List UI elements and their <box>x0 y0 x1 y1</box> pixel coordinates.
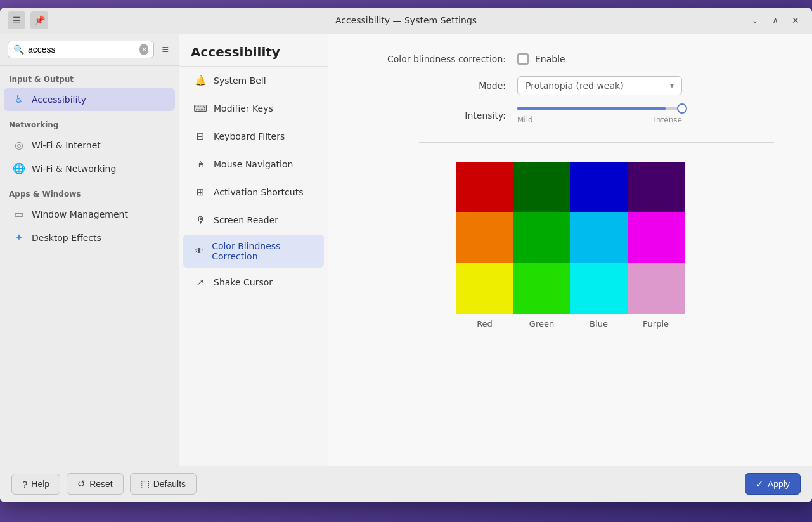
slider-labels: Mild Intense <box>517 115 682 124</box>
titlebar-left-controls: ☰ 📌 <box>8 11 48 29</box>
wifi-internet-icon: ◎ <box>13 139 25 152</box>
intense-label: Intense <box>654 115 682 124</box>
color-cell-purple-light <box>628 263 685 314</box>
maximize-button[interactable]: ∧ <box>766 11 784 29</box>
shake-cursor-icon: ↗ <box>193 275 207 289</box>
color-grid-wrapper: Red Green Blue Purple <box>366 162 774 329</box>
mid-item-label-screen-reader: Screen Reader <box>214 215 278 225</box>
intensity-row: Intensity: Mild Intense <box>366 107 774 124</box>
search-input-wrap[interactable]: 🔍 ✕ <box>8 41 154 58</box>
sidebar-item-label-window-management: Window Management <box>32 209 128 219</box>
mid-item-modifier-keys[interactable]: ⌨ Modifier Keys <box>183 95 324 122</box>
color-cell-purple-dark <box>628 162 685 212</box>
mid-item-label-modifier-keys: Modifier Keys <box>214 103 273 114</box>
accessibility-icon: ♿ <box>13 93 25 106</box>
intensity-slider-track[interactable] <box>517 107 682 110</box>
color-label-purple: Purple <box>628 319 685 329</box>
intensity-slider-fill <box>517 107 666 110</box>
mid-item-label-system-bell: System Bell <box>214 75 266 86</box>
color-label-blue: Blue <box>570 319 628 329</box>
enable-checkbox[interactable] <box>517 53 529 65</box>
sidebar-item-window-management[interactable]: ▭ Window Management <box>4 203 175 226</box>
minimize-button[interactable]: ⌄ <box>746 11 764 29</box>
sidebar-item-label-accessibility: Accessibility <box>32 95 86 105</box>
main-content: Color blindness correction: Enable Mode:… <box>328 34 812 466</box>
apply-label: Apply <box>768 479 790 489</box>
color-cell-red-mid <box>456 212 513 263</box>
color-grid <box>456 162 685 314</box>
left-section-input-output: Input & Output ♿ Accessibility <box>0 66 179 112</box>
color-cell-purple-mid <box>628 212 685 263</box>
sidebar-item-accessibility[interactable]: ♿ Accessibility <box>4 88 175 111</box>
mode-dropdown[interactable]: Protanopia (red weak) ▾ <box>517 76 682 95</box>
left-section-networking: Networking ◎ Wi-Fi & Internet 🌐 Wi-Fi & … <box>0 112 179 181</box>
mild-label: Mild <box>517 115 533 124</box>
intensity-slider-thumb[interactable] <box>677 103 687 114</box>
apply-button[interactable]: ✓ Apply <box>745 473 801 495</box>
color-blindness-correction-label: Color blindness correction: <box>366 54 506 64</box>
left-section-apps-windows: Apps & Windows ▭ Window Management ✦ Des… <box>0 181 179 250</box>
color-cell-red-dark <box>456 162 513 212</box>
color-cell-blue-light <box>570 263 628 314</box>
screen-reader-icon: 🎙 <box>193 213 207 227</box>
left-panel: 🔍 ✕ ≡ Input & Output ♿ Accessibility Net… <box>0 34 179 466</box>
section-header-networking: Networking <box>0 112 179 133</box>
mid-panel: Accessibility 🔔 System Bell ⌨ Modifier K… <box>179 34 328 466</box>
mid-item-activation-shortcuts[interactable]: ⊞ Activation Shortcuts <box>183 179 324 206</box>
clear-search-button[interactable]: ✕ <box>139 44 148 55</box>
app-menu-button[interactable]: ☰ <box>8 11 25 29</box>
help-label: Help <box>31 479 49 489</box>
defaults-button[interactable]: ⬚ Defaults <box>130 473 197 495</box>
mid-item-label-mouse-navigation: Mouse Navigation <box>214 159 293 169</box>
dropdown-arrow-icon: ▾ <box>670 81 674 90</box>
mode-row: Mode: Protanopia (red weak) ▾ <box>366 76 774 95</box>
mid-item-system-bell[interactable]: 🔔 System Bell <box>183 67 324 94</box>
modifier-keys-icon: ⌨ <box>193 101 207 115</box>
help-button[interactable]: ? Help <box>11 474 60 495</box>
window-title: Accessibility — System Settings <box>335 15 477 25</box>
titlebar: ☰ 📌 Accessibility — System Settings ⌄ ∧ … <box>0 8 812 34</box>
mid-item-mouse-navigation[interactable]: 🖱 Mouse Navigation <box>183 151 324 178</box>
wifi-networking-icon: 🌐 <box>13 162 25 175</box>
hamburger-menu-button[interactable]: ≡ <box>159 41 171 59</box>
content-area: 🔍 ✕ ≡ Input & Output ♿ Accessibility Net… <box>0 34 812 466</box>
mid-item-shake-cursor[interactable]: ↗ Shake Cursor <box>183 269 324 296</box>
mid-item-label-color-blindness: Color Blindness Correction <box>212 241 314 261</box>
pin-button[interactable]: 📌 <box>30 11 48 29</box>
mid-panel-header: Accessibility <box>179 34 328 67</box>
color-blindness-row: Color blindness correction: Enable <box>366 53 774 65</box>
intensity-label: Intensity: <box>366 110 506 121</box>
bottom-bar: ? Help ↺ Reset ⬚ Defaults ✓ Apply <box>0 466 812 502</box>
close-button[interactable]: ✕ <box>787 11 804 29</box>
mid-item-screen-reader[interactable]: 🎙 Screen Reader <box>183 207 324 233</box>
titlebar-right-controls: ⌄ ∧ ✕ <box>746 11 804 29</box>
section-header-apps-windows: Apps & Windows <box>0 181 179 202</box>
sidebar-item-desktop-effects[interactable]: ✦ Desktop Effects <box>4 226 175 249</box>
mode-label: Mode: <box>366 81 506 91</box>
sidebar-item-wifi-internet[interactable]: ◎ Wi-Fi & Internet <box>4 134 175 157</box>
search-bar: 🔍 ✕ ≡ <box>0 34 179 66</box>
enable-control: Enable <box>517 53 565 65</box>
reset-icon: ↺ <box>77 478 86 490</box>
activation-shortcuts-icon: ⊞ <box>193 185 207 199</box>
reset-label: Reset <box>89 479 113 489</box>
color-cell-red-light <box>456 263 513 314</box>
mid-item-color-blindness-correction[interactable]: 👁 Color Blindness Correction <box>183 235 324 268</box>
intensity-slider-wrap: Mild Intense <box>517 107 682 124</box>
window-management-icon: ▭ <box>13 208 25 221</box>
mid-item-keyboard-filters[interactable]: ⊟ Keyboard Filters <box>183 123 324 150</box>
sidebar-item-label-desktop-effects: Desktop Effects <box>32 233 101 243</box>
apply-icon: ✓ <box>756 478 764 490</box>
sidebar-item-wifi-networking[interactable]: 🌐 Wi-Fi & Networking <box>4 157 175 180</box>
section-header-input-output: Input & Output <box>0 66 179 88</box>
reset-button[interactable]: ↺ Reset <box>67 473 124 495</box>
main-window: ☰ 📌 Accessibility — System Settings ⌄ ∧ … <box>0 8 812 502</box>
mid-item-label-shake-cursor: Shake Cursor <box>214 277 273 287</box>
mode-dropdown-value: Protanopia (red weak) <box>525 81 624 91</box>
defaults-icon: ⬚ <box>141 478 150 490</box>
color-cell-green-dark <box>513 162 570 212</box>
system-bell-icon: 🔔 <box>193 74 207 88</box>
color-label-red: Red <box>456 319 513 329</box>
search-input[interactable] <box>28 44 136 55</box>
desktop-effects-icon: ✦ <box>13 232 25 244</box>
